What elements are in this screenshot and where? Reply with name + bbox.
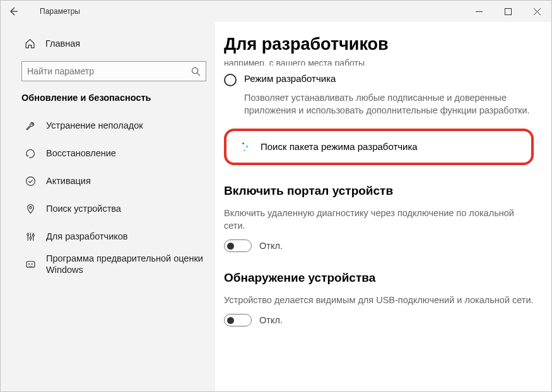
sidebar-home-label: Главная [45,38,80,49]
search-input-wrapper[interactable] [21,61,206,81]
svg-point-2 [26,176,35,185]
sidebar-home[interactable]: Главная [1,31,215,56]
searching-text: Поиск пакета режима разработчика [261,141,418,152]
close-icon [534,8,541,15]
dev-mode-label: Режим разработчика [244,73,336,84]
device-discovery-desc: Устройство делается видимым для USB-подк… [224,294,534,306]
home-icon [25,38,35,49]
back-button[interactable] [1,1,26,22]
svg-point-3 [29,206,31,208]
search-container [21,61,206,81]
window-controls [464,1,551,22]
sidebar-item-label: Поиск устройства [46,203,206,214]
dev-mode-desc: Позволяет устанавливать любые подписанны… [244,91,534,117]
wrench-icon [25,120,36,131]
close-button[interactable] [522,1,551,22]
sidebar-item-troubleshoot[interactable]: Устранение неполадок [1,112,215,139]
spinner-icon [238,141,249,153]
sidebar-item-label: Восстановление [46,147,206,159]
device-discovery-heading: Обнаружение устройства [224,271,534,285]
device-discovery-toggle-label: Откл. [259,315,283,325]
device-portal-toggle[interactable] [224,239,252,252]
search-icon [191,67,201,76]
sidebar-item-label: Активация [46,175,206,187]
svg-point-6 [32,234,34,236]
arrow-left-icon [8,6,18,16]
sidebar-item-activation[interactable]: Активация [1,167,215,195]
radio-icon [224,74,237,86]
titlebar: Параметры [1,1,551,22]
searching-package-box: Поиск пакета режима разработчика [224,129,534,165]
search-input[interactable] [27,66,191,76]
svg-point-5 [30,237,32,239]
device-portal-toggle-row: Откл. [224,239,534,252]
device-portal-desc: Включить удаленную диагностику через под… [224,207,534,233]
device-discovery-toggle[interactable] [224,314,252,326]
device-portal-toggle-label: Откл. [259,241,283,251]
svg-point-1 [192,67,197,73]
insider-icon [25,259,36,270]
minimize-icon [476,8,483,15]
check-badge-icon [25,176,36,187]
device-discovery-toggle-row: Откл. [224,314,534,326]
svg-point-8 [28,263,30,264]
app-title: Параметры [40,7,80,16]
sidebar-item-insider[interactable]: Программа предварительной оценки Windows [1,250,215,278]
sidebar-item-label: Программа предварительной оценки Windows [46,253,206,275]
sidebar: Главная Обновление и безопасность Устран… [1,22,215,391]
sidebar-item-find-device[interactable]: Поиск устройства [1,195,215,222]
maximize-icon [505,8,512,15]
svg-point-9 [31,263,32,264]
device-portal-heading: Включить портал устройств [224,184,534,198]
content-area: Для разработчиков например, с вашего мес… [215,22,551,391]
sliders-icon [25,231,36,242]
svg-point-4 [26,233,28,235]
minimize-button[interactable] [464,1,493,22]
sidebar-item-recovery[interactable]: Восстановление [1,139,215,167]
dev-mode-radio[interactable]: Режим разработчика [224,73,534,86]
sidebar-item-label: Устранение неполадок [46,120,206,131]
page-title: Для разработчиков [224,35,534,54]
sidebar-menu: Устранение неполадок Восстановление Акти… [1,112,215,278]
settings-window: Параметры Главная [0,0,552,392]
body: Главная Обновление и безопасность Устран… [1,22,551,391]
location-icon [25,204,36,214]
clipped-text: например, с вашего места работы. [224,58,534,66]
maximize-button[interactable] [493,1,522,22]
sidebar-item-label: Для разработчиков [46,231,206,242]
svg-rect-0 [505,8,511,14]
sidebar-item-developers[interactable]: Для разработчиков [1,222,215,250]
recovery-icon [25,148,36,159]
sidebar-section-title: Обновление и безопасность [1,90,215,112]
